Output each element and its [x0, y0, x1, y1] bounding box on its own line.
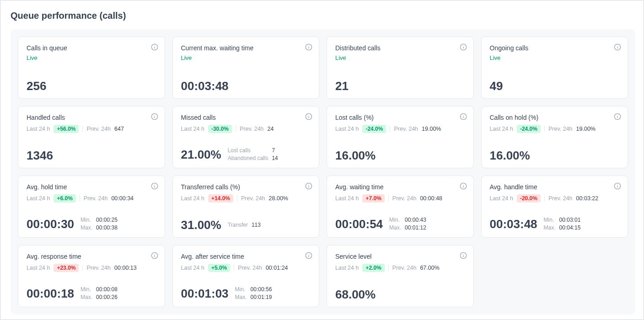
metric-value: 16.00%: [490, 149, 530, 161]
delta-chip: +5.0%: [208, 264, 230, 272]
prev-24h-label: Prev. 24h: [86, 265, 111, 271]
divider: [236, 126, 236, 132]
prev-24h-value: 00:01:24: [266, 265, 288, 271]
delta-chip: +23.0%: [54, 264, 79, 272]
value-row: 00:03:48Min.00:03:01Max.00:04:15: [490, 208, 620, 231]
extra-value: 113: [252, 222, 261, 228]
card-avg-handle-time: Avg. handle timeLast 24 h-20.0%Prev. 24h…: [481, 176, 628, 238]
value-row: 1346: [27, 141, 156, 161]
value-row: 16.00%: [335, 141, 465, 161]
delta-chip: +56.0%: [54, 125, 79, 133]
info-icon[interactable]: [305, 43, 312, 51]
divider: [80, 195, 80, 202]
meta-row: Last 24 h-24.0%Prev. 24h19.00%: [335, 125, 465, 133]
metric-value: 00:03:48: [181, 72, 311, 92]
metric-value: 16.00%: [335, 149, 376, 161]
max-label: Max.: [80, 224, 92, 231]
info-icon[interactable]: [305, 252, 312, 259]
last-24h-label: Last 24 h: [27, 126, 50, 132]
card-avg-after-service-time: Avg. after service timeLast 24 h+5.0%Pre…: [172, 245, 320, 307]
meta-row: Last 24 h+56.0%Prev. 24h647: [27, 125, 156, 133]
info-icon[interactable]: [614, 182, 621, 190]
min-label: Min.: [80, 217, 92, 223]
meta-row: Last 24 h+2.0%Prev. 24h67.00%: [335, 264, 465, 272]
max-label: Max.: [389, 224, 401, 231]
metric-value: 256: [27, 72, 156, 92]
metric-value: 00:00:18: [27, 288, 74, 299]
info-icon[interactable]: [460, 43, 467, 51]
last-24h-label: Last 24 h: [490, 195, 513, 202]
prev-24h-label: Prev. 24h: [392, 265, 417, 271]
last-24h-label: Last 24 h: [27, 195, 50, 202]
card-title: Avg. waiting time: [335, 183, 465, 191]
card-missed-calls: Missed callsLast 24 h-30.0%Prev. 24h2421…: [172, 106, 320, 168]
cards-panel: Calls in queueLive256Current max. waitin…: [11, 29, 635, 315]
cards-grid: Calls in queueLive256Current max. waitin…: [18, 37, 628, 307]
prev-24h-label: Prev. 24h: [84, 195, 108, 202]
prev-24h-value: 00:00:34: [111, 195, 134, 202]
info-icon[interactable]: [305, 182, 312, 190]
info-icon[interactable]: [151, 113, 158, 120]
last-24h-label: Last 24 h: [181, 265, 204, 271]
card-title: Ongoing calls: [490, 44, 620, 52]
max-value: 00:04:15: [559, 224, 581, 231]
extra-stats: Lost calls7Abandoned calls14: [228, 147, 278, 161]
meta-row: Last 24 h+7.0%Prev. 24h00:00:48: [335, 194, 465, 203]
info-icon[interactable]: [614, 113, 621, 120]
extra-value: 14: [272, 155, 278, 161]
extra-label: Lost calls: [228, 147, 268, 154]
info-icon[interactable]: [305, 113, 312, 120]
min-value: 00:00:56: [251, 286, 272, 293]
info-icon[interactable]: [151, 252, 158, 259]
card-title: Avg. response time: [27, 253, 156, 260]
delta-chip: +14.0%: [208, 194, 233, 203]
card-title: Service level: [335, 253, 465, 260]
card-title: Calls on hold (%): [490, 114, 620, 121]
meta-row: Last 24 h-30.0%Prev. 24h24: [181, 125, 311, 133]
metric-value: 00:00:54: [335, 218, 383, 230]
prev-24h-value: 00:00:48: [420, 195, 442, 202]
info-icon[interactable]: [460, 113, 467, 120]
card-handled-calls: Handled callsLast 24 h+56.0%Prev. 24h647…: [18, 106, 165, 168]
min-max-stats: Min.00:00:25Max.00:00:38: [80, 217, 118, 231]
card-service-level: Service levelLast 24 h+2.0%Prev. 24h67.0…: [327, 245, 474, 307]
info-icon[interactable]: [151, 182, 158, 190]
max-value: 00:01:12: [405, 224, 426, 231]
divider: [82, 126, 83, 132]
min-value: 00:03:01: [559, 217, 581, 223]
min-max-stats: Min.00:03:01Max.00:04:15: [544, 217, 581, 231]
extra-stats: Transfer113: [228, 222, 261, 228]
prev-24h-label: Prev. 24h: [548, 195, 573, 202]
info-icon[interactable]: [151, 43, 158, 51]
live-label: Live: [27, 54, 156, 61]
last-24h-label: Last 24 h: [27, 265, 50, 271]
metric-value: 00:00:30: [27, 218, 74, 230]
extra-label: Abandoned calls: [228, 155, 268, 161]
extra-label: Transfer: [228, 222, 248, 228]
metric-value: 00:03:48: [490, 218, 537, 230]
prev-24h-value: 28.00%: [269, 195, 288, 202]
info-icon[interactable]: [460, 182, 467, 190]
prev-24h-label: Prev. 24h: [392, 195, 417, 202]
min-value: 00:00:43: [405, 217, 426, 223]
delta-chip: +7.0%: [362, 194, 384, 203]
dashboard-frame: Queue performance (calls) Calls in queue…: [0, 0, 644, 320]
divider: [234, 265, 234, 271]
prev-24h-value: 19.00%: [422, 126, 441, 132]
card-distributed-calls: Distributed callsLive21: [327, 37, 474, 99]
card-title: Missed calls: [181, 114, 311, 121]
info-icon[interactable]: [460, 252, 467, 259]
card-title: Handled calls: [27, 114, 156, 121]
info-icon[interactable]: [614, 43, 621, 51]
metric-value: 00:01:03: [181, 288, 229, 299]
last-24h-label: Last 24 h: [335, 126, 359, 132]
meta-row: Last 24 h-20.0%Prev. 24h00:03:22: [490, 194, 620, 203]
value-row: 00:01:03Min.00:00:56Max.00:01:19: [181, 278, 311, 300]
max-value: 00:00:38: [96, 224, 118, 231]
live-label: Live: [335, 54, 465, 61]
delta-chip: +6.0%: [54, 194, 75, 203]
prev-24h-label: Prev. 24h: [394, 126, 418, 132]
prev-24h-value: 24: [268, 126, 274, 132]
card-title: Transferred calls (%): [181, 183, 311, 191]
card-current-max-waiting-time: Current max. waiting timeLive00:03:48: [172, 37, 320, 99]
